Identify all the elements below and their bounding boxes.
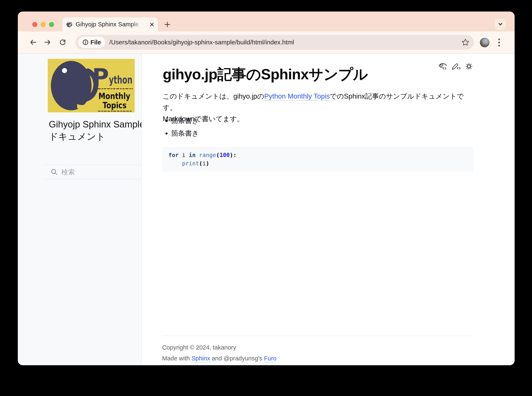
logo-text-topics: Topics — [103, 100, 126, 110]
theme-toggle-button[interactable] — [464, 62, 474, 71]
view-source-button[interactable] — [438, 62, 448, 71]
code-token: ) — [206, 160, 209, 167]
furo-link[interactable]: Furo — [264, 355, 277, 362]
browser-menu-button[interactable] — [498, 38, 500, 47]
code-token — [196, 152, 199, 158]
close-window-button[interactable] — [32, 22, 37, 27]
sidebar-logo[interactable]: P ython Monthly Topics — [48, 59, 135, 112]
url-text: /Users/takanori/Books/gihyojp-sphinx-sam… — [109, 39, 461, 46]
code-token: print — [182, 160, 199, 167]
logo-text-ython: ython — [109, 73, 132, 86]
made-with-text: Made with Sphinx and @pradyunsg's Furo — [162, 354, 473, 362]
code-token: 100 — [219, 152, 230, 158]
browser-tab[interactable]: Gihyojp Sphinx Sample ドキュ — [62, 17, 158, 31]
browser-toolbar: File /Users/takanori/Books/gihyojp-sphin… — [18, 31, 515, 54]
new-tab-button[interactable] — [164, 21, 171, 28]
kebab-menu-icon — [498, 38, 500, 47]
url-scheme-label: File — [90, 39, 101, 46]
made-with-prefix: Made with — [162, 355, 191, 362]
back-arrow-icon — [29, 39, 37, 46]
main-content: gihyo.jp記事のSphinxサンプル このドキュメントは、gihyo.jp… — [142, 54, 515, 365]
info-icon — [82, 39, 89, 45]
bookmark-star-icon[interactable] — [461, 38, 470, 47]
chevron-down-icon — [497, 21, 503, 27]
tab-strip: Gihyojp Sphinx Sample ドキュ — [18, 12, 515, 31]
logo-text-monthly: Monthly — [98, 91, 130, 101]
code-token — [168, 160, 182, 167]
code-token: in — [189, 152, 196, 158]
code-token: i — [202, 160, 206, 167]
made-with-middle: and @pradyunsg's — [210, 355, 264, 362]
list-item: 箇条書き — [171, 129, 199, 138]
page-actions — [438, 62, 474, 71]
eye-code-icon — [438, 62, 448, 70]
page-title: gihyo.jp記事のSphinxサンプル — [163, 65, 368, 84]
sidebar: P ython Monthly Topics Gihyojp Sphinx Sa… — [18, 54, 142, 365]
close-icon[interactable] — [149, 22, 154, 27]
python-monthly-topics-link[interactable]: Python Monthly Topis — [264, 92, 330, 100]
site-info-chip[interactable]: File — [78, 37, 105, 48]
forward-arrow-icon — [44, 39, 51, 46]
tab-search-button[interactable] — [495, 18, 506, 30]
profile-avatar[interactable] — [480, 38, 490, 47]
pencil-code-icon — [451, 62, 461, 70]
search-input[interactable] — [61, 168, 141, 176]
intro-paragraph: このドキュメントは、gihyo.jpのPython Monthly Topisで… — [163, 91, 477, 125]
plus-icon — [164, 21, 171, 28]
search-icon — [50, 168, 58, 176]
logo-text-p: P — [92, 64, 109, 91]
fullscreen-window-button[interactable] — [49, 22, 54, 27]
reload-icon — [59, 39, 66, 46]
code-token: range — [199, 152, 216, 158]
list-item: 箇条書き — [171, 116, 199, 125]
address-bar[interactable]: File /Users/takanori/Books/gihyojp-sphin… — [75, 35, 474, 50]
sun-icon — [464, 62, 474, 70]
tab-title: Gihyojp Sphinx Sample ドキュ — [76, 20, 143, 29]
reload-button[interactable] — [59, 39, 66, 46]
browser-window: Gihyojp Sphinx Sample ドキュ — [18, 12, 515, 365]
globe-icon — [66, 21, 72, 28]
minimize-window-button[interactable] — [41, 22, 46, 27]
code-listing: for i in range(100): print(i) — [168, 151, 467, 168]
page-viewport: P ython Monthly Topics Gihyojp Sphinx Sa… — [18, 54, 515, 365]
code-token: for — [168, 152, 179, 158]
sphinx-link[interactable]: Sphinx — [191, 355, 210, 362]
code-token: ): — [230, 152, 237, 158]
intro-text-before: このドキュメントは、gihyo.jpの — [163, 92, 264, 100]
code-block: for i in range(100): print(i) — [162, 147, 473, 172]
copyright-text: Copyright © 2024, takanory — [162, 343, 473, 352]
page-footer: Copyright © 2024, takanory Made with Sph… — [162, 336, 473, 365]
code-token: i — [179, 152, 189, 158]
back-button[interactable] — [29, 39, 37, 46]
code-token: ( — [199, 160, 202, 167]
bullet-list: 箇条書き 箇条書き — [166, 116, 199, 142]
code-token: ( — [216, 152, 219, 158]
forward-button[interactable] — [44, 39, 51, 46]
search-box[interactable] — [43, 165, 141, 179]
edit-source-button[interactable] — [451, 62, 461, 71]
sidebar-brand-title[interactable]: Gihyojp Sphinx Sample ドキュメント — [49, 118, 147, 143]
